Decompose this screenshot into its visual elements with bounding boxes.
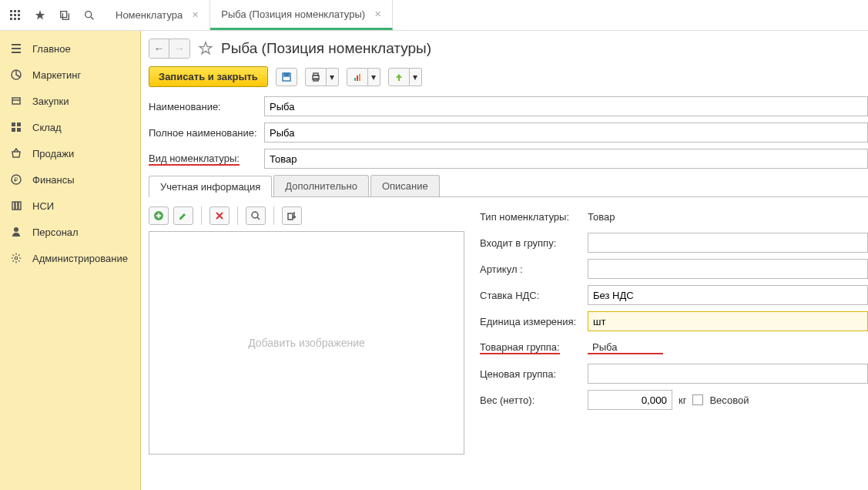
sidebar-item-sales[interactable]: Продажи [0,140,140,166]
svg-rect-19 [12,202,15,210]
weight-flag-label: Весовой [709,394,749,406]
tab-label: Номенклатура [116,9,183,21]
pricegroup-label: Ценовая группа: [480,368,588,380]
pie-icon [9,68,23,82]
sidebar-label: Администрирование [32,253,128,264]
svg-rect-25 [284,73,289,76]
ruble-icon: ₽ [9,173,23,186]
sidebar: Главное Маркетинг Закупки Склад Продажи … [0,31,141,490]
weight-checkbox[interactable] [692,394,703,405]
vat-input[interactable] [588,285,868,305]
delete-image-button[interactable] [209,206,230,225]
svg-point-10 [85,11,92,17]
article-label: Артикул : [480,263,588,275]
unit-input[interactable] [588,311,868,331]
sidebar-item-personnel[interactable]: Персонал [0,219,140,245]
svg-rect-13 [12,123,15,126]
weight-unit: кг [679,394,686,406]
sidebar-item-finance[interactable]: ₽ Финансы [0,166,140,193]
svg-rect-30 [357,76,358,81]
svg-rect-12 [12,98,20,104]
content-area: ← → Рыба (Позиция номенклатуры) Записать… [141,31,868,490]
tab-item[interactable]: Рыба (Позиция номенклатуры) ✕ [210,0,393,30]
name-label: Наименование: [149,101,264,112]
kind-input[interactable] [264,149,868,169]
sidebar-label: Главное [32,43,71,55]
subtab-description[interactable]: Описание [370,175,440,196]
pricegroup-input[interactable] [588,364,868,384]
sidebar-item-warehouse[interactable]: Склад [0,114,140,140]
report-dropdown[interactable]: ▾ [368,68,380,86]
svg-rect-1 [14,10,16,12]
print-button[interactable] [305,68,327,86]
svg-rect-9 [61,11,67,17]
name-input[interactable] [264,96,868,116]
favorite-star-icon[interactable] [198,41,213,56]
sidebar-label: Маркетинг [32,69,81,81]
apps-icon[interactable] [5,5,26,26]
svg-rect-27 [313,73,318,76]
type-value: Товар [588,211,868,223]
weight-label: Вес (нетто): [480,394,588,406]
page-title: Рыба (Позиция номенклатуры) [221,40,431,57]
sidebar-item-main[interactable]: Главное [0,35,140,62]
group-input[interactable] [588,233,868,253]
command-bar: Записать и закрыть ▾ ▾ ▾ [149,66,868,87]
sidebar-item-admin[interactable]: Администрирование [0,245,140,271]
sidebar-item-marketing[interactable]: Маркетинг [0,62,140,88]
svg-point-23 [15,257,18,260]
row-fullname: Полное наименование: [149,123,868,143]
basket-icon [9,146,23,160]
svg-rect-6 [10,18,12,20]
svg-rect-7 [14,18,16,20]
report-button[interactable] [347,68,368,86]
tab-bar: Номенклатура ✕ Рыба (Позиция номенклатур… [105,0,393,30]
save-button[interactable] [276,68,297,86]
add-image-button[interactable] [149,206,169,225]
close-icon[interactable]: ✕ [192,10,199,20]
action-button[interactable] [388,68,410,86]
tab-nomenclature[interactable]: Номенклатура ✕ [105,0,210,30]
sidebar-item-purchases[interactable]: Закупки [0,88,140,114]
subtab-additional[interactable]: Дополнительно [273,175,369,196]
svg-rect-34 [288,213,293,220]
kind-label: Вид номенклатуры: [149,153,264,166]
title-row: ← → Рыба (Позиция номенклатуры) [149,39,868,59]
subtab-accounting[interactable]: Учетная информация [149,176,272,197]
svg-rect-31 [359,74,360,81]
weight-input[interactable] [588,390,672,410]
history-icon[interactable] [54,5,75,26]
import-image-button[interactable] [282,206,302,225]
close-icon[interactable]: ✕ [374,9,381,19]
search-icon[interactable] [79,5,100,26]
zoom-image-button[interactable] [246,206,266,225]
fullname-input[interactable] [264,123,868,143]
unit-label: Единица измерения: [480,316,588,327]
properties-column: Тип номенклатуры: Товар Входит в группу:… [480,206,868,455]
edit-image-button[interactable] [173,206,193,225]
star-icon[interactable] [29,5,51,26]
save-close-button[interactable]: Записать и закрыть [149,66,268,87]
print-dropdown[interactable]: ▾ [327,68,339,86]
nav-buttons: ← → [149,39,190,59]
group-label: Входит в группу: [480,237,588,249]
sidebar-item-nsi[interactable]: НСИ [0,193,140,219]
svg-rect-14 [17,123,21,126]
type-label: Тип номенклатуры: [480,211,588,223]
svg-rect-29 [354,78,356,81]
tab-body: Добавить изображение Тип номенклатуры: Т… [149,197,868,455]
sidebar-label: Персонал [32,227,79,238]
back-button[interactable]: ← [149,39,169,58]
fullname-label: Полное наименование: [149,127,264,139]
article-input[interactable] [588,259,868,279]
image-column: Добавить изображение [149,206,464,455]
menu-icon [9,42,23,55]
svg-rect-3 [10,14,12,16]
image-placeholder[interactable]: Добавить изображение [149,231,464,455]
svg-text:₽: ₽ [14,176,18,183]
sidebar-label: Финансы [32,174,75,186]
forward-button[interactable]: → [169,39,189,58]
svg-rect-5 [18,14,20,16]
gear-icon [9,251,23,265]
action-dropdown[interactable]: ▾ [410,68,422,86]
